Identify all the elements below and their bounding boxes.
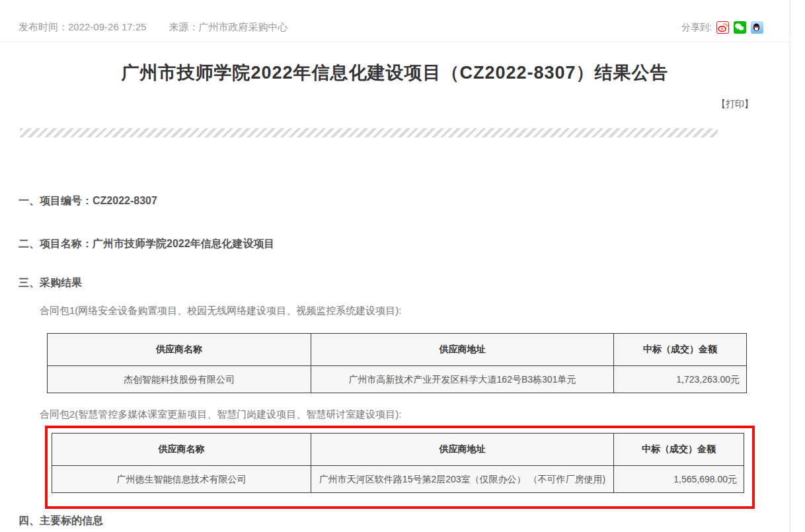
- hatched-divider: [20, 128, 718, 137]
- highlight-annotation-box: 供应商名称 供应商地址 中标（成交）金额 广州德生智能信息技术有限公司 广州市天…: [45, 426, 755, 509]
- source-label: 来源：: [169, 21, 198, 32]
- publish-time-label: 发布时间：: [19, 21, 68, 32]
- article-page: 发布时间：2022-09-26 17:25来源：广州市政府采购中心 分享到:: [0, 0, 790, 532]
- award-amount-cell: 1,565,698.00元: [614, 466, 744, 493]
- weibo-icon[interactable]: [716, 21, 729, 34]
- table-header-row: 供应商名称 供应商地址 中标（成交）金额: [48, 334, 747, 366]
- supplier-name-cell: 广州德生智能信息技术有限公司: [52, 466, 311, 493]
- section-project-name: 二、项目名称：广州市技师学院2022年信息化建设项目: [19, 237, 790, 251]
- table-header-row: 供应商名称 供应商地址 中标（成交）金额: [52, 434, 744, 466]
- qq-icon[interactable]: [751, 21, 763, 34]
- section-procurement-result: 三、采购结果: [19, 276, 790, 290]
- package1-label: 合同包1(网络安全设备购置项目、校园无线网络建设项目、视频监控系统建设项目):: [40, 305, 790, 317]
- print-row: 【打印】: [0, 98, 790, 110]
- supplier-address-cell: 广州市天河区软件路15号第2层203室（仅限办公） （不可作厂房使用): [311, 466, 614, 493]
- col-award-amount: 中标（成交）金额: [614, 434, 744, 466]
- package2-table: 供应商名称 供应商地址 中标（成交）金额 广州德生智能信息技术有限公司 广州市天…: [52, 433, 744, 493]
- col-supplier-name: 供应商名称: [48, 334, 311, 366]
- table-row: 杰创智能科技股份有限公司 广州市高新技术产业开发区科学大道162号B3栋301单…: [48, 366, 747, 393]
- weibo-glyph: [717, 22, 728, 33]
- supplier-address-cell: 广州市高新技术产业开发区科学大道162号B3栋301单元: [311, 366, 614, 393]
- section-main-subject-info: 四、主要标的信息: [19, 514, 790, 528]
- wechat-glyph: [734, 21, 745, 32]
- source-value: 广州市政府采购中心: [198, 21, 288, 32]
- award-amount-cell: 1,723,263.00元: [614, 366, 747, 393]
- page-title: 广州市技师学院2022年信息化建设项目（CZ2022-8307）结果公告: [0, 61, 790, 85]
- qq-glyph: [751, 21, 762, 32]
- publish-time-value: 2022-09-26 17:25: [68, 21, 146, 32]
- publish-info: 发布时间：2022-09-26 17:25来源：广州市政府采购中心: [19, 21, 288, 34]
- wechat-icon[interactable]: [734, 21, 746, 34]
- col-supplier-name: 供应商名称: [52, 434, 311, 466]
- print-button[interactable]: 【打印】: [716, 98, 753, 109]
- share-label: 分享到:: [681, 22, 712, 34]
- table-row: 广州德生智能信息技术有限公司 广州市天河区软件路15号第2层203室（仅限办公）…: [52, 466, 744, 493]
- share-bar: 分享到:: [681, 21, 763, 34]
- package2-label: 合同包2(智慧管控多媒体课室更新项目、智慧门岗建设项目、智慧研讨室建设项目):: [40, 408, 790, 421]
- package1-table: 供应商名称 供应商地址 中标（成交）金额 杰创智能科技股份有限公司 广州市高新技…: [47, 333, 747, 393]
- supplier-name-cell: 杰创智能科技股份有限公司: [48, 366, 311, 393]
- section-project-number: 一、项目编号：CZ2022-8307: [19, 194, 790, 208]
- col-award-amount: 中标（成交）金额: [614, 334, 747, 366]
- meta-bar: 发布时间：2022-09-26 17:25来源：广州市政府采购中心 分享到:: [0, 0, 790, 42]
- col-supplier-address: 供应商地址: [311, 434, 614, 466]
- col-supplier-address: 供应商地址: [311, 334, 614, 366]
